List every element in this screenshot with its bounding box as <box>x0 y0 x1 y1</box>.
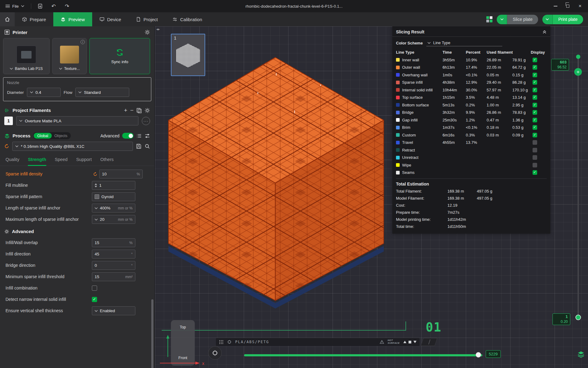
sparse-infill-density-input[interactable]: 10 % <box>99 170 143 178</box>
printer-settings-button[interactable] <box>145 29 150 35</box>
tab-support[interactable]: Support <box>76 157 92 166</box>
printer-card[interactable]: Bambu Lab P1S <box>3 38 50 74</box>
plate-raise-icon[interactable] <box>403 341 406 343</box>
line-type-display-checkbox[interactable] <box>533 118 537 122</box>
line-type-display-checkbox[interactable] <box>533 148 537 152</box>
line-type-display-checkbox[interactable] <box>533 73 537 77</box>
line-type-display-checkbox[interactable] <box>533 95 537 100</box>
plate-type-select[interactable]: Texture... <box>59 67 80 71</box>
infill-anchor-select[interactable]: 400% mm or % <box>92 204 135 213</box>
layer-slider-top-handle[interactable] <box>576 55 580 59</box>
sequence-slider[interactable] <box>244 354 482 356</box>
advanced-toggle[interactable] <box>122 133 134 139</box>
redo-button[interactable]: ↷ <box>62 2 72 11</box>
close-button[interactable]: × <box>575 2 585 11</box>
save-preset-button[interactable] <box>136 144 141 149</box>
plate-color-icon[interactable] <box>486 16 492 22</box>
tab-prepare[interactable]: Prepare <box>15 12 53 26</box>
plate-locate-button[interactable] <box>208 346 222 360</box>
slice-options-chevron[interactable] <box>497 15 507 24</box>
add-filament-button[interactable]: + <box>124 107 127 113</box>
scope-objects[interactable]: Objects <box>52 133 70 139</box>
reset-preset-button[interactable] <box>4 144 9 149</box>
line-type-display-checkbox[interactable] <box>533 170 537 175</box>
printer-model-select[interactable]: Bambu Lab P1S <box>10 67 43 71</box>
export-plate-button[interactable] <box>36 2 45 11</box>
bridge-direction-input[interactable]: 0 ° <box>92 261 135 270</box>
filament-select[interactable]: Overture Matte PLA <box>16 116 138 125</box>
undo-button[interactable]: ↶ <box>49 2 58 11</box>
tab-quality[interactable]: Quality <box>6 157 19 166</box>
line-type-display-checkbox[interactable] <box>533 125 537 130</box>
min-sparse-infill-threshold-input[interactable]: 15 mm² <box>92 272 135 281</box>
line-type-display-checkbox[interactable] <box>533 80 537 85</box>
infill-direction-input[interactable]: 45 ° <box>92 250 135 259</box>
file-menu[interactable]: File <box>3 3 27 10</box>
layer-stack-icon[interactable] <box>577 350 585 358</box>
restore-button[interactable] <box>563 2 573 11</box>
param-list-button[interactable] <box>136 133 142 139</box>
tab-others[interactable]: Others <box>100 157 114 166</box>
ensure-vertical-shell-select[interactable]: Enabled <box>92 306 135 315</box>
nozzle-diameter-select[interactable]: 0.4 <box>27 88 61 97</box>
param-tune-button[interactable] <box>145 133 150 139</box>
line-type-display-checkbox[interactable] <box>533 88 537 92</box>
print-options-chevron[interactable] <box>542 15 553 24</box>
infill-wall-overlap-input[interactable]: 15 % <box>92 238 135 247</box>
add-color-change-button[interactable]: + <box>574 68 582 76</box>
tab-speed[interactable]: Speed <box>55 157 68 166</box>
info-icon[interactable]: i <box>81 40 85 44</box>
process-preset-select[interactable]: * 0.16mm High Quality @BBL X1C <box>12 142 133 151</box>
filament-slot-number[interactable]: 1 <box>4 117 13 125</box>
line-type-display-checkbox[interactable] <box>533 103 537 107</box>
detect-narrow-infill-checkbox[interactable] <box>92 297 97 302</box>
sliced-model[interactable] <box>166 55 388 310</box>
sidebar-scrollbar[interactable] <box>151 299 153 368</box>
infill-combination-checkbox[interactable] <box>92 286 97 291</box>
process-scope-toggle[interactable]: Global Objects <box>33 132 71 139</box>
line-type-display-checkbox[interactable] <box>533 65 537 70</box>
gizmo-top-label[interactable]: Top <box>171 325 195 329</box>
sync-filament-list-button[interactable] <box>136 108 142 113</box>
remove-filament-button[interactable]: − <box>130 107 134 113</box>
plate-box-icon[interactable] <box>409 341 411 343</box>
panel-collapse-button[interactable] <box>542 30 547 34</box>
tab-calibration[interactable]: Calibration <box>165 12 209 26</box>
tab-preview[interactable]: Preview <box>53 12 92 26</box>
filament-settings-button[interactable] <box>145 108 150 113</box>
line-type-display-checkbox[interactable] <box>533 163 537 167</box>
minimize-button[interactable] <box>551 2 560 11</box>
tab-device[interactable]: Device <box>92 12 129 26</box>
slice-plate-button[interactable]: Slice plate <box>497 15 538 24</box>
tab-project[interactable]: Project <box>129 12 165 26</box>
flow-select[interactable]: Standard <box>75 88 129 97</box>
plate-type-card[interactable]: i Texture... <box>52 38 87 74</box>
total-label: Total time: <box>396 224 447 229</box>
home-button[interactable] <box>0 12 15 26</box>
infill-anchor-max-select[interactable]: 20 mm or % <box>92 215 135 224</box>
plate-handle[interactable] <box>421 338 437 346</box>
print-plate-button[interactable]: Print plate <box>542 15 583 24</box>
sequence-slider-handle[interactable] <box>476 352 481 358</box>
plate-settings-icon[interactable] <box>227 340 232 344</box>
line-type-display-checkbox[interactable] <box>533 110 537 115</box>
layer-slider-bottom-handle[interactable] <box>575 315 581 320</box>
filament-edit-button[interactable]: ··· <box>142 117 150 125</box>
sparse-infill-pattern-select[interactable]: Gyroid <box>92 192 135 201</box>
line-type-display-checkbox[interactable] <box>533 155 537 160</box>
line-type-display-checkbox[interactable] <box>533 133 537 137</box>
line-type-display-checkbox[interactable] <box>533 140 537 145</box>
plate-lower-icon[interactable] <box>413 341 417 343</box>
tab-strength[interactable]: Strength <box>28 157 46 166</box>
layer-slider[interactable] <box>578 57 579 320</box>
color-scheme-select[interactable]: Line Type <box>426 40 502 46</box>
reset-param-button[interactable] <box>92 172 99 176</box>
sidebar-collapse-handle[interactable]: ◂▸ <box>156 27 160 31</box>
search-param-button[interactable] <box>145 144 150 149</box>
fill-multiline-input[interactable]: 1 <box>92 181 135 190</box>
line-type-display-checkbox[interactable] <box>533 58 537 62</box>
scope-global[interactable]: Global <box>34 133 51 139</box>
drag-handle-icon[interactable] <box>219 340 224 344</box>
sync-info-button[interactable]: Sync info <box>89 38 150 74</box>
stepper-icon[interactable] <box>95 183 97 187</box>
